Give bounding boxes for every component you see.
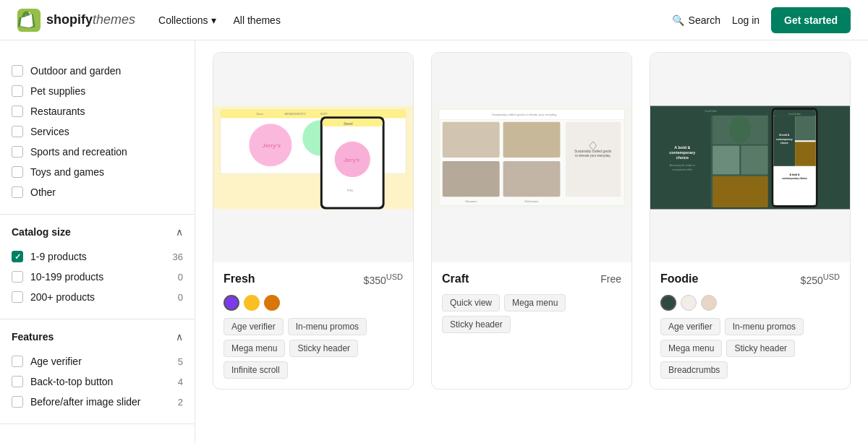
filter-label-restaurants: Restaurants <box>30 106 85 117</box>
filter-checkbox-age-verifier[interactable] <box>12 356 23 367</box>
theme-card-body-fresh: Fresh $350USD Age verifier In-menu promo… <box>213 262 413 389</box>
header-left: shopifythemes Collections ▾ All themes <box>17 9 281 32</box>
theme-card-foodie: Good Coffee A bold & contemporary choice… <box>650 52 851 390</box>
svg-rect-24 <box>443 122 500 158</box>
catalog-size-section: Catalog size 1-9 products 36 10-199 prod… <box>0 215 195 319</box>
catalog-size-header[interactable]: Catalog size <box>12 220 183 244</box>
features-title: Features <box>12 331 54 343</box>
svg-rect-60 <box>774 166 816 205</box>
svg-text:Sweet: Sweet <box>344 122 353 126</box>
chevron-down-icon: ▾ <box>211 14 216 26</box>
filter-item-back-to-top: Back-to-top button 4 <box>12 371 183 392</box>
svg-text:ARRANGEMENTS: ARRANGEMENTS <box>285 113 307 116</box>
svg-text:SHOP: SHOP <box>320 113 328 116</box>
filter-item-1-9: 1-9 products 36 <box>12 246 183 267</box>
catalog-size-title: Catalog size <box>12 226 71 238</box>
svg-text:contemporary: contemporary <box>669 150 695 155</box>
theme-card-price-craft: Free <box>600 273 621 285</box>
filter-checkbox-restaurants[interactable] <box>12 106 23 117</box>
nav-collections[interactable]: Collections ▾ <box>158 14 216 26</box>
filter-count-age-verifier: 5 <box>178 356 183 367</box>
tag-in-menu-promos-foodie: In-menu promos <box>725 318 804 335</box>
main-content: Sweet ARRANGEMENTS SHOP Jerry's Swe <box>195 40 868 443</box>
swatch-foodie-tan[interactable] <box>701 295 717 311</box>
filter-count-1-9: 36 <box>173 251 183 262</box>
swatch-fresh-orange[interactable] <box>264 295 280 311</box>
filter-item-outdoor: Outdoor and garden <box>12 61 183 81</box>
filter-checkbox-services[interactable] <box>12 126 23 137</box>
tag-mega-menu-fresh: Mega menu <box>224 340 285 357</box>
svg-point-45 <box>729 116 751 143</box>
filter-item-restaurants: Restaurants <box>12 101 183 121</box>
svg-text:contemporary choice: contemporary choice <box>782 177 807 180</box>
theme-card-body-craft: Craft Free Quick view Mega menu Sticky h… <box>432 262 631 343</box>
svg-text:Good Coffee: Good Coffee <box>788 113 801 116</box>
catalog-size-filter-list: 1-9 products 36 10-199 products 0 200+ p… <box>12 246 183 307</box>
theme-swatches-fresh <box>224 295 403 311</box>
filter-checkbox-200plus[interactable] <box>12 291 23 303</box>
theme-card-fresh: Sweet ARRANGEMENTS SHOP Jerry's Swe <box>213 52 414 390</box>
tag-sticky-header-fresh: Sticky header <box>289 340 358 357</box>
filter-checkbox-before-after[interactable] <box>12 396 23 408</box>
filter-checkbox-pet[interactable] <box>12 85 23 97</box>
svg-rect-27 <box>503 161 561 197</box>
swatch-fresh-purple[interactable] <box>224 295 239 311</box>
theme-card-price-fresh: $350USD <box>364 272 403 286</box>
get-started-button[interactable]: Get started <box>771 7 851 33</box>
theme-card-image-fresh: Sweet ARRANGEMENTS SHOP Jerry's Swe <box>213 53 413 262</box>
nav-all-themes[interactable]: All themes <box>234 14 281 26</box>
tag-age-verifier-fresh: Age verifier <box>224 318 284 335</box>
theme-card-name-foodie: Foodie <box>660 272 698 285</box>
svg-rect-26 <box>443 161 500 197</box>
filter-item-toys: Toys and games <box>12 162 183 182</box>
swatch-foodie-light[interactable] <box>681 295 697 311</box>
svg-text:choice: choice <box>780 142 788 145</box>
sidebar: Outdoor and garden Pet supplies Restaura… <box>0 40 195 443</box>
fresh-preview-svg: Sweet ARRANGEMENTS SHOP Jerry's Swe <box>213 53 413 262</box>
filter-label-10-199: 10-199 products <box>30 271 103 283</box>
tag-mega-menu-foodie: Mega menu <box>660 340 722 357</box>
svg-rect-58 <box>795 116 816 141</box>
filter-checkbox-other[interactable] <box>12 186 23 198</box>
svg-rect-25 <box>503 122 561 158</box>
filter-checkbox-1-9[interactable] <box>12 251 23 262</box>
svg-text:Good Coffee: Good Coffee <box>705 110 717 113</box>
filter-checkbox-back-to-top[interactable] <box>12 376 23 387</box>
swatch-foodie-dark[interactable] <box>660 295 676 311</box>
tag-mega-menu-craft: Mega menu <box>504 294 566 311</box>
login-button[interactable]: Log in <box>732 14 760 26</box>
filter-checkbox-sports[interactable] <box>12 146 23 158</box>
features-section: Features Age verifier 5 Back-to-top butt… <box>0 319 195 424</box>
page-layout: Outdoor and garden Pet supplies Restaura… <box>0 40 868 443</box>
filter-checkbox-10-199[interactable] <box>12 271 23 283</box>
filter-label-back-to-top: Back-to-top button <box>30 376 113 387</box>
svg-rect-46 <box>712 146 739 174</box>
logo-text: shopifythemes <box>46 12 135 27</box>
svg-text:Kitchenware: Kitchenware <box>525 200 539 203</box>
search-button[interactable]: 🔍 Search <box>672 14 720 26</box>
filter-label-before-after: Before/after image slider <box>30 396 141 408</box>
filter-label-services: Services <box>30 126 69 137</box>
filter-label-toys: Toys and games <box>30 166 104 178</box>
theme-card-craft: Sustainably crafted goods to elevate you… <box>431 52 632 390</box>
foodie-preview-svg: Good Coffee A bold & contemporary choice… <box>650 53 850 262</box>
filter-checkbox-outdoor[interactable] <box>12 65 23 77</box>
filter-checkbox-toys[interactable] <box>12 166 23 178</box>
tag-in-menu-promos-fresh: In-menu promos <box>288 318 367 335</box>
svg-text:A bold &: A bold & <box>790 173 801 176</box>
svg-text:choice: choice <box>676 155 689 160</box>
category-filter-list: Outdoor and garden Pet supplies Restaura… <box>12 61 183 202</box>
svg-rect-59 <box>795 142 816 166</box>
tag-sticky-header-foodie: Sticky header <box>726 340 795 357</box>
svg-text:Sustainably crafted goods to e: Sustainably crafted goods to elevate you… <box>492 113 557 116</box>
swatch-fresh-yellow[interactable] <box>244 295 260 311</box>
theme-card-price-foodie: $250USD <box>801 272 840 286</box>
filter-item-10-199: 10-199 products 0 <box>12 267 183 287</box>
features-header[interactable]: Features <box>12 325 183 348</box>
svg-rect-48 <box>712 176 767 207</box>
filter-label-outdoor: Outdoor and garden <box>30 65 121 77</box>
logo[interactable]: shopifythemes <box>17 9 135 32</box>
svg-rect-54 <box>774 116 796 166</box>
features-chevron-icon <box>176 331 183 343</box>
svg-rect-28 <box>566 122 621 197</box>
